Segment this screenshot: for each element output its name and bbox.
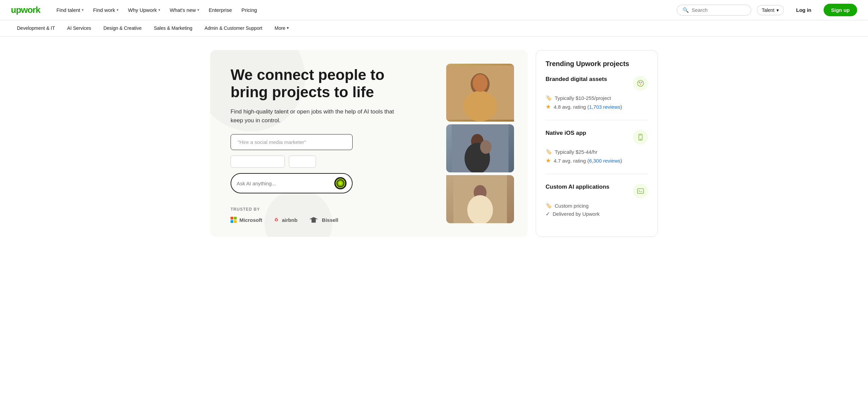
- price-tag-icon: 🏷️: [546, 149, 552, 155]
- hero-title: We connect people to bring projects to l…: [231, 66, 400, 101]
- hero-search-box[interactable]: "Hire a social media marketer": [231, 134, 353, 150]
- ai-button-icon: [336, 179, 345, 188]
- svg-point-14: [639, 82, 640, 83]
- chevron-down-icon: ▾: [776, 7, 779, 13]
- microsoft-text: Microsoft: [239, 217, 262, 223]
- nav-enterprise[interactable]: Enterprise: [205, 4, 236, 16]
- filter-chip-1[interactable]: [231, 155, 285, 168]
- sidebar-title: Trending Upwork projects: [546, 60, 648, 68]
- person-1-illustration: [446, 64, 514, 122]
- trusted-section: TRUSTED BY Microsoft: [231, 207, 400, 223]
- mobile-icon: [637, 133, 644, 141]
- checkmark-icon: ✓: [546, 211, 550, 217]
- project-3-delivered: Delivered by Upwork: [553, 211, 599, 217]
- sec-nav-admin-support[interactable]: Admin & Customer Support: [198, 20, 268, 36]
- svg-marker-1: [310, 217, 318, 223]
- hero-left-content: We connect people to bring projects to l…: [231, 66, 400, 223]
- chevron-down-icon: ▾: [117, 8, 119, 12]
- nav-whats-new[interactable]: What's new ▾: [166, 4, 203, 16]
- project-2-name: Native iOS app: [546, 130, 633, 137]
- nav-why-upwork[interactable]: Why Upwork ▾: [124, 4, 164, 16]
- price-tag-icon: 🏷️: [546, 95, 552, 101]
- palette-icon: [637, 80, 644, 87]
- svg-point-4: [463, 91, 497, 121]
- nav-pricing[interactable]: Pricing: [237, 4, 261, 16]
- star-icon: ★: [546, 103, 551, 110]
- price-tag-icon: 🏷️: [546, 203, 552, 209]
- person-2: [446, 124, 514, 172]
- nav-find-work[interactable]: Find work ▾: [89, 4, 123, 16]
- search-icon: 🔍: [683, 7, 689, 13]
- sec-nav-design-creative[interactable]: Design & Creative: [97, 20, 148, 36]
- svg-point-15: [641, 82, 642, 83]
- svg-rect-19: [640, 139, 641, 140]
- sec-nav-sales-marketing[interactable]: Sales & Marketing: [148, 20, 199, 36]
- trusted-logos: Microsoft airbnb: [231, 216, 400, 223]
- ai-submit-button[interactable]: [334, 177, 347, 189]
- hero-subtitle: Find high-quality talent or open jobs wi…: [231, 107, 400, 125]
- sec-nav-ai-services[interactable]: AI Services: [61, 20, 97, 36]
- nav-right-actions: 🔍 Talent ▾ Log in Sign up: [677, 4, 857, 16]
- airbnb-text: airbnb: [282, 217, 298, 223]
- bissell-logo: Bissell: [308, 216, 338, 223]
- ms-blue-cell: [231, 220, 233, 223]
- project-card-3[interactable]: Custom AI applications 🏷️ Custom pricing…: [546, 184, 648, 217]
- talent-dropdown[interactable]: Talent ▾: [757, 5, 784, 15]
- project-1-rating-row: ★ 4.8 avg. rating (1,703 reviews): [546, 103, 648, 110]
- microsoft-logo: Microsoft: [231, 217, 262, 223]
- ai-input[interactable]: [237, 181, 331, 186]
- person-1: [446, 64, 514, 122]
- ai-input-row[interactable]: [231, 173, 353, 193]
- chevron-down-icon: ▾: [287, 26, 289, 30]
- project-3-name: Custom AI applications: [546, 184, 633, 190]
- project-2-rating-row: ★ 4.7 avg. rating (6,300 reviews): [546, 157, 648, 164]
- project-2-icon: [633, 130, 648, 145]
- chevron-down-icon: ▾: [158, 8, 160, 12]
- sec-nav-development-it[interactable]: Development & IT: [11, 20, 61, 36]
- main-nav-links: Find talent ▾ Find work ▾ Why Upwork ▾ W…: [52, 4, 676, 16]
- upwork-logo[interactable]: upwork: [11, 5, 40, 15]
- person-2-illustration: [446, 124, 514, 172]
- svg-point-17: [640, 83, 641, 84]
- airbnb-icon: [273, 217, 279, 223]
- terminal-icon: [637, 187, 644, 195]
- filter-chip-2[interactable]: [289, 155, 316, 168]
- project-1-header: Branded digital assets: [546, 76, 648, 91]
- signup-button[interactable]: Sign up: [824, 4, 857, 16]
- project-1-icon: [633, 76, 648, 91]
- project-2-rating: 4.7 avg. rating (6,300 reviews): [554, 158, 622, 164]
- project-1-name: Branded digital assets: [546, 76, 633, 83]
- hero-image-1: [446, 64, 514, 122]
- top-navigation: upwork Find talent ▾ Find work ▾ Why Upw…: [0, 0, 868, 20]
- project-3-header: Custom AI applications: [546, 184, 648, 198]
- project-3-price-row: 🏷️ Custom pricing: [546, 203, 648, 209]
- project-2-price: Typically $25-44/hr: [555, 149, 597, 155]
- project-3-icon: [633, 184, 648, 198]
- trusted-label: TRUSTED BY: [231, 207, 400, 212]
- project-card-1[interactable]: Branded digital assets 🏷️ Typically $10-…: [546, 76, 648, 120]
- project-3-price: Custom pricing: [555, 203, 589, 209]
- hero-card: We connect people to bring projects to l…: [210, 50, 528, 237]
- sec-nav-more[interactable]: More ▾: [269, 20, 295, 36]
- trending-projects-sidebar: Trending Upwork projects Branded digital…: [536, 50, 658, 237]
- project-1-price-row: 🏷️ Typically $10-255/project: [546, 95, 648, 101]
- search-input[interactable]: [692, 7, 746, 13]
- bissell-text: Bissell: [322, 217, 338, 223]
- project-2-header: Native iOS app: [546, 130, 648, 145]
- star-icon: ★: [546, 157, 551, 164]
- ms-red-cell: [231, 217, 233, 219]
- chevron-down-icon: ▾: [197, 8, 199, 12]
- svg-point-12: [467, 195, 493, 223]
- main-content: We connect people to bring projects to l…: [190, 37, 678, 250]
- airbnb-logo: airbnb: [273, 217, 298, 223]
- ms-yellow-cell: [234, 220, 237, 223]
- person-3: [446, 175, 514, 223]
- login-button[interactable]: Log in: [789, 4, 818, 16]
- project-1-rating: 4.8 avg. rating (1,703 reviews): [554, 104, 622, 110]
- filter-row: [231, 155, 400, 168]
- hero-images: [446, 64, 514, 223]
- search-bar[interactable]: 🔍: [677, 5, 751, 16]
- search-hint-text: "Hire a social media marketer": [238, 139, 306, 145]
- project-card-2[interactable]: Native iOS app 🏷️ Typically $25-44/hr ★ …: [546, 130, 648, 174]
- nav-find-talent[interactable]: Find talent ▾: [52, 4, 87, 16]
